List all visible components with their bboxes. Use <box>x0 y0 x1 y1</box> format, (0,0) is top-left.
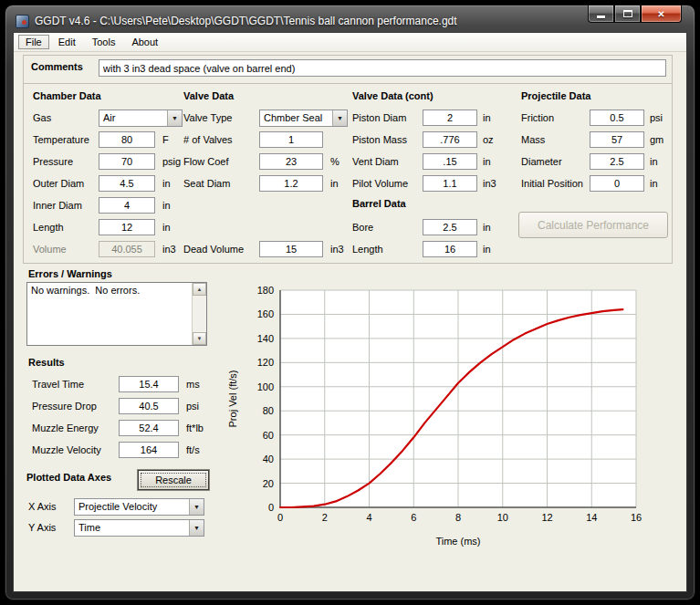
x-tick-label: 12 <box>541 512 552 523</box>
initial-position-label: Initial Position <box>521 178 583 189</box>
inner-diam-input[interactable] <box>99 197 155 214</box>
mass-input[interactable] <box>590 131 644 148</box>
travel-time-label: Travel Time <box>32 379 84 390</box>
menu-file[interactable]: File <box>18 35 49 49</box>
vent-diam-input[interactable] <box>423 153 477 170</box>
minimize-button[interactable] <box>588 5 614 23</box>
valve-type-select-value: Chmber Seal <box>260 110 332 126</box>
title-bar[interactable]: GGDT v4.6 - C:\Users\Pete\Desktop\GGDT\G… <box>16 12 580 30</box>
outer-diam-input[interactable] <box>99 175 155 192</box>
y-tick-label: 160 <box>257 308 274 319</box>
input-groupbox: Comments Chamber Data Valve Data Valve D… <box>23 55 673 264</box>
x-axis-select[interactable]: Projectile Velocity ▼ <box>74 498 204 516</box>
scroll-down-icon[interactable]: ▼ <box>193 332 206 345</box>
x-tick-label: 8 <box>455 512 461 523</box>
volume-output <box>99 241 155 257</box>
chart-ylabel: Proj Vel (ft/s) <box>227 370 238 428</box>
chevron-down-icon: ▼ <box>167 110 182 126</box>
barrel-length-label: Length <box>352 244 383 255</box>
muzzle-velocity-unit: ft/s <box>186 444 200 455</box>
outer-diam-unit: in <box>162 178 171 189</box>
chevron-down-icon: ▼ <box>189 499 204 515</box>
barrel-length-unit: in <box>483 244 491 255</box>
y-tick-label: 140 <box>257 333 274 344</box>
travel-time-output <box>119 376 179 392</box>
friction-label: Friction <box>521 112 554 123</box>
projectile-data-title: Projectile Data <box>521 90 590 101</box>
muzzle-energy-label: Muzzle Energy <box>32 422 99 433</box>
seat-diam-unit: in <box>330 178 339 189</box>
diameter-unit: in <box>650 156 658 167</box>
menu-edit[interactable]: Edit <box>51 35 83 49</box>
x-tick-label: 6 <box>411 512 416 523</box>
muzzle-velocity-label: Muzzle Velocity <box>32 444 101 455</box>
vent-diam-unit: in <box>483 156 491 167</box>
flow-coef-input[interactable] <box>259 153 323 170</box>
dead-volume-input[interactable] <box>259 241 323 257</box>
piston-diam-input[interactable] <box>423 110 477 126</box>
x-axis-label: X Axis <box>28 501 57 512</box>
pressure-unit: psig <box>162 156 181 167</box>
close-button[interactable]: ✕ <box>641 5 682 23</box>
valve-data-title: Valve Data <box>183 90 234 101</box>
bore-label: Bore <box>352 222 373 233</box>
chevron-down-icon: ▼ <box>332 110 347 126</box>
chevron-down-icon: ▼ <box>189 520 204 536</box>
chamber-length-input[interactable] <box>99 219 155 235</box>
gas-select[interactable]: Air ▼ <box>99 110 183 127</box>
initial-position-unit: in <box>650 178 658 189</box>
flow-coef-unit: % <box>330 156 340 167</box>
temperature-input[interactable] <box>99 131 155 148</box>
mass-label: Mass <box>521 134 545 145</box>
pilot-volume-input[interactable] <box>423 175 477 192</box>
errors-text: No warnings. No errors. <box>31 285 189 296</box>
piston-mass-unit: oz <box>483 134 494 145</box>
maximize-button[interactable] <box>614 5 641 23</box>
y-tick-label: 20 <box>263 478 274 489</box>
mass-unit: gm <box>650 134 663 145</box>
close-icon: ✕ <box>657 9 664 19</box>
gas-label: Gas <box>33 112 51 123</box>
seat-diam-input[interactable] <box>259 175 323 192</box>
valve-cont-title: Valve Data (cont) <box>352 90 434 101</box>
performance-chart: 0246810121416020406080100120140160180Tim… <box>224 274 671 557</box>
errors-scrollbar[interactable]: ▲ ▼ <box>192 283 206 345</box>
pressure-input[interactable] <box>99 153 155 170</box>
y-tick-label: 100 <box>257 381 274 392</box>
window-controls: ✕ <box>588 5 682 23</box>
errors-title: Errors / Warnings <box>28 268 112 279</box>
calculate-performance-button: Calculate Performance <box>518 212 668 238</box>
app-icon[interactable] <box>16 15 29 28</box>
pressure-drop-label: Pressure Drop <box>32 401 97 412</box>
initial-position-input[interactable] <box>590 175 644 192</box>
num-valves-input[interactable] <box>259 131 323 148</box>
piston-mass-input[interactable] <box>423 131 477 148</box>
scroll-up-icon[interactable]: ▲ <box>193 283 206 296</box>
y-tick-label: 0 <box>268 502 274 513</box>
piston-mass-label: Piston Mass <box>352 134 407 145</box>
rescale-button[interactable]: Rescale <box>138 470 209 490</box>
temperature-label: Temperature <box>33 134 89 145</box>
menu-tools[interactable]: Tools <box>85 35 123 49</box>
comments-input[interactable] <box>99 59 666 77</box>
y-axis-select-value: Time <box>75 520 189 536</box>
piston-diam-label: Piston Diam <box>352 112 406 123</box>
volume-label: Volume <box>33 244 67 255</box>
valve-type-select[interactable]: Chmber Seal ▼ <box>259 110 348 127</box>
barrel-data-title: Barrel Data <box>352 198 406 209</box>
seat-diam-label: Seat Diam <box>183 178 230 189</box>
window-title: GGDT v4.6 - C:\Users\Pete\Desktop\GGDT\G… <box>35 15 457 27</box>
y-axis-select[interactable]: Time ▼ <box>74 519 204 537</box>
friction-input[interactable] <box>590 110 644 126</box>
y-tick-label: 40 <box>263 454 274 464</box>
muzzle-energy-unit: ft*lb <box>186 422 204 433</box>
muzzle-energy-output <box>119 420 179 436</box>
barrel-length-input[interactable] <box>423 241 477 257</box>
menu-about[interactable]: About <box>124 35 165 49</box>
diameter-input[interactable] <box>590 153 644 170</box>
bore-input[interactable] <box>423 219 477 235</box>
diameter-label: Diameter <box>521 156 562 167</box>
app-window: GGDT v4.6 - C:\Users\Pete\Desktop\GGDT\G… <box>5 5 695 600</box>
x-tick-label: 10 <box>497 512 508 523</box>
errors-textarea[interactable]: No warnings. No errors. ▲ ▼ <box>26 282 207 346</box>
